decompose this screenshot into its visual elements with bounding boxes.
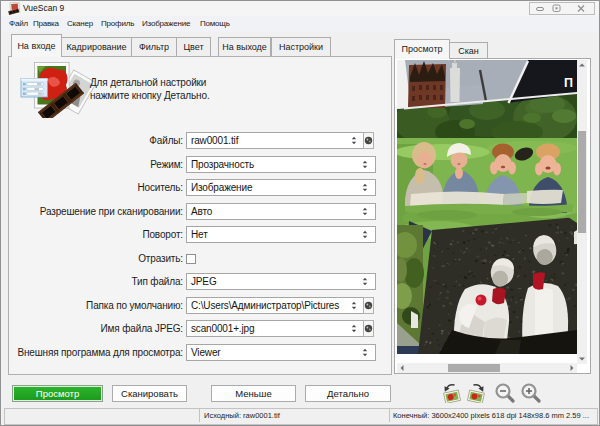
svg-text:П: П [564,76,573,90]
